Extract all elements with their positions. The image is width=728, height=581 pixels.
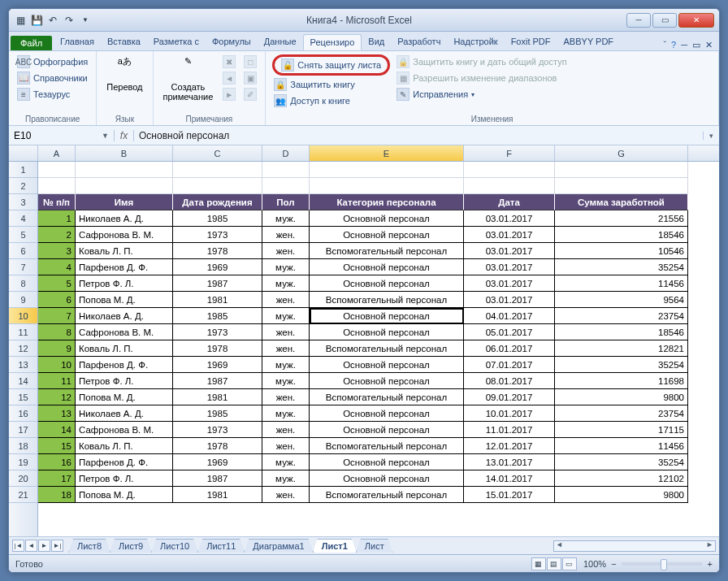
cell[interactable]: Парфенов Д. Ф. [76, 357, 173, 373]
close-button[interactable]: ✕ [678, 13, 714, 28]
row-header[interactable]: 19 [9, 454, 37, 470]
row-header[interactable]: 6 [9, 243, 37, 259]
cell[interactable]: 18546 [555, 324, 688, 340]
protect-book-button[interactable]: 🔒Защитить книгу [272, 77, 390, 92]
cell[interactable]: муж. [262, 275, 310, 292]
cell[interactable]: № п/п [38, 194, 76, 210]
cell[interactable]: 21556 [555, 210, 688, 227]
cell[interactable]: 1973 [173, 422, 262, 438]
sheet-tab[interactable]: Лист10 [151, 539, 198, 553]
cell[interactable]: Основной персонал [310, 405, 464, 422]
col-header-D[interactable]: D [262, 145, 310, 161]
cell[interactable]: 16 [38, 454, 76, 470]
cell[interactable]: 1978 [173, 243, 262, 259]
sheet-tab[interactable]: Лист11 [197, 539, 245, 553]
doc-restore-icon[interactable]: ▭ [692, 40, 700, 50]
zoom-slider[interactable] [622, 562, 703, 566]
cell[interactable]: 1985 [173, 308, 262, 324]
cell[interactable]: Основной персонал [310, 227, 464, 243]
cell[interactable]: муж. [262, 308, 310, 324]
cell[interactable]: 1985 [173, 210, 262, 227]
cell[interactable]: 03.01.2017 [464, 259, 555, 275]
translate-button[interactable]: aあ Перевод [103, 54, 145, 93]
share-book-button[interactable]: 👥Доступ к книге [272, 93, 390, 108]
cell[interactable]: Сафронова В. М. [76, 324, 173, 340]
col-header-E[interactable]: E [310, 145, 464, 161]
research-button[interactable]: 📖Справочники [15, 71, 89, 85]
row-header[interactable]: 4 [9, 210, 37, 227]
sheet-nav-last-icon[interactable]: ►| [51, 540, 63, 552]
cell[interactable]: 1987 [173, 275, 262, 292]
fx-button[interactable]: fx [115, 130, 134, 141]
tab-главная[interactable]: Главная [54, 34, 101, 50]
cell[interactable]: 09.01.2017 [464, 389, 555, 405]
cell[interactable] [310, 162, 464, 178]
cell[interactable]: 12 [38, 389, 76, 405]
cell[interactable]: 1985 [173, 405, 262, 422]
col-header-B[interactable]: B [76, 145, 173, 161]
cell[interactable]: 15 [38, 438, 76, 454]
tab-данные[interactable]: Данные [258, 34, 303, 50]
cell[interactable]: 03.01.2017 [464, 210, 555, 227]
cell[interactable]: Основной персонал [310, 324, 464, 340]
cell[interactable]: Вспомогательный персонал [310, 292, 464, 308]
cell[interactable]: 15.01.2017 [464, 487, 555, 503]
cell[interactable]: Сумма заработной [555, 194, 688, 210]
cell[interactable]: жен. [262, 243, 310, 259]
cells-area[interactable]: № п/пИмяДата рожденияПолКатегория персон… [38, 162, 719, 536]
qat-dropdown-icon[interactable]: ▼ [79, 14, 92, 27]
cell[interactable]: 10546 [555, 243, 688, 259]
col-header-A[interactable]: A [38, 145, 76, 161]
cell[interactable]: муж. [262, 357, 310, 373]
cell[interactable]: 06.01.2017 [464, 340, 555, 357]
col-header-G[interactable]: G [555, 145, 688, 161]
cell[interactable]: Вспомогательный персонал [310, 487, 464, 503]
doc-minimize-icon[interactable]: ─ [681, 40, 687, 50]
cell[interactable]: 1978 [173, 438, 262, 454]
cell[interactable]: 7 [38, 308, 76, 324]
cell[interactable]: 18546 [555, 227, 688, 243]
maximize-button[interactable]: ▭ [652, 13, 677, 28]
view-layout-icon[interactable]: ▤ [547, 557, 561, 570]
row-header[interactable]: 2 [9, 178, 37, 194]
track-changes-button[interactable]: ✎Исправления ▾ [395, 87, 568, 102]
tab-abbyy pdf[interactable]: ABBYY PDF [557, 34, 621, 50]
minimize-ribbon-icon[interactable]: ˇ [663, 40, 666, 50]
cell[interactable]: 11456 [555, 275, 688, 292]
save-icon[interactable]: 💾 [30, 14, 43, 27]
formula-bar[interactable]: Основной персонал [134, 130, 703, 141]
cell[interactable]: Основной персонал [310, 308, 464, 324]
cell[interactable]: муж. [262, 210, 310, 227]
cell[interactable]: муж. [262, 405, 310, 422]
minimize-button[interactable]: ─ [626, 13, 651, 28]
row-header[interactable]: 21 [9, 487, 37, 503]
cell[interactable]: Петров Ф. Л. [76, 470, 173, 487]
cell[interactable]: Пол [262, 194, 310, 210]
cell[interactable] [310, 178, 464, 194]
cell[interactable]: 3 [38, 243, 76, 259]
cell[interactable]: 1973 [173, 324, 262, 340]
tab-разметка с[interactable]: Разметка с [147, 34, 206, 50]
row-header[interactable]: 16 [9, 405, 37, 422]
cell[interactable]: Основной персонал [310, 259, 464, 275]
expand-formula-icon[interactable]: ▾ [703, 132, 719, 140]
cell[interactable] [555, 162, 688, 178]
cell[interactable]: 10.01.2017 [464, 405, 555, 422]
cell[interactable]: Имя [76, 194, 173, 210]
row-header[interactable]: 14 [9, 373, 37, 389]
cell[interactable]: Вспомогательный персонал [310, 243, 464, 259]
cell[interactable]: Коваль Л. П. [76, 340, 173, 357]
cell[interactable]: 11456 [555, 438, 688, 454]
view-normal-icon[interactable]: ▦ [531, 557, 546, 570]
sheet-nav-prev-icon[interactable]: ◄ [25, 540, 37, 552]
sheet-tab[interactable]: Диаграмма1 [244, 539, 313, 553]
tab-рецензиро[interactable]: Рецензиро [303, 34, 362, 50]
cell[interactable]: 03.01.2017 [464, 275, 555, 292]
cell[interactable]: муж. [262, 470, 310, 487]
cell[interactable] [173, 178, 262, 194]
cell[interactable]: 13.01.2017 [464, 454, 555, 470]
zoom-value[interactable]: 100% [583, 559, 606, 569]
cell[interactable]: 23754 [555, 308, 688, 324]
cell[interactable]: 12.01.2017 [464, 438, 555, 454]
cell[interactable]: 4 [38, 259, 76, 275]
